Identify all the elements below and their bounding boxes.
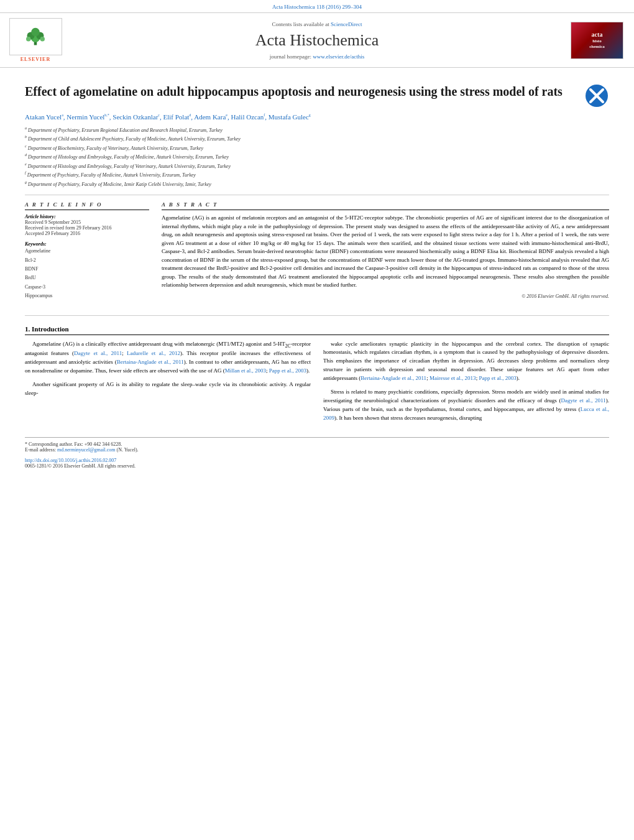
- email-line: E-mail address: md.nerminyucel@gmail.com…: [25, 447, 609, 453]
- journal-ref-text: Acta Histochemica 118 (2016) 299–304: [272, 4, 362, 10]
- ref-papp-2003b[interactable]: Papp et al., 2003: [479, 375, 516, 381]
- intro-p2: Another significant property of AG is it…: [25, 381, 311, 398]
- sciencedirect-link[interactable]: ScienceDirect: [331, 21, 362, 27]
- keywords-label: Keywords:: [25, 241, 149, 247]
- crossmark-icon: [584, 83, 609, 108]
- keyword-caspase3: Caspase-3: [25, 283, 149, 292]
- svg-point-5: [26, 37, 31, 42]
- acta-logo-box: acta histo chemica: [571, 22, 623, 59]
- email-address[interactable]: md.nerminyucel@gmail.com: [57, 447, 116, 453]
- affil-g: g Department of Psychiatry, Faculty of M…: [25, 180, 609, 188]
- author-mustafa: Mustafa Gulecg: [269, 113, 311, 121]
- crossmark-logo: [584, 83, 609, 108]
- received-date: Received 9 September 2015: [25, 219, 149, 225]
- author-nermin: Nermin Yucelb,*,: [67, 113, 113, 121]
- journal-reference: Acta Histochemica 118 (2016) 299–304: [0, 0, 634, 12]
- footnote-section: * Corresponding author. Fax: +90 442 344…: [25, 437, 609, 453]
- intro-p3: wake cycle ameliorates synaptic plastici…: [323, 340, 609, 384]
- doi-url[interactable]: http://dx.doi.org/10.1016/j.acthis.2016.…: [25, 458, 609, 463]
- ref-dagyte-2011b[interactable]: Dagyte et al., 2011: [561, 397, 606, 404]
- author-elif: Elif Polatd,: [163, 113, 195, 121]
- ref-bertaina-2011b[interactable]: Bertaina-Anglade et al., 2011: [361, 375, 426, 381]
- ref-lucca-2009[interactable]: Lucca et al., 2009: [323, 406, 609, 421]
- author-seckin: Seckin Ozkanlarc,: [113, 113, 163, 121]
- keyword-bdnf: BDNF: [25, 265, 149, 274]
- elsevier-logo-container: ELSEVIER: [7, 18, 63, 62]
- ref-ladurelle-2012[interactable]: Ladurelle et al., 2012: [127, 350, 180, 356]
- ref-dagyte-2011[interactable]: Dagyte et al., 2011: [74, 350, 122, 356]
- abstract-section: A B S T R A C T Agomelatine (AG) is an a…: [162, 201, 609, 305]
- info-abstract-columns: A R T I C L E I N F O Article history: R…: [25, 201, 609, 305]
- article-info-panel: A R T I C L E I N F O Article history: R…: [25, 201, 149, 305]
- elsevier-label: ELSEVIER: [21, 57, 50, 62]
- doi-section: http://dx.doi.org/10.1016/j.acthis.2016.…: [25, 458, 609, 469]
- abstract-body: Agomelatine (AG) is an agonist of melato…: [162, 215, 609, 288]
- intro-col-right: wake cycle ameliorates synaptic plastici…: [323, 340, 609, 428]
- page: Acta Histochemica 118 (2016) 299–304 ELS…: [0, 0, 634, 840]
- article-info-title: A R T I C L E I N F O: [25, 201, 149, 210]
- keyword-bcl2: Bcl-2: [25, 256, 149, 265]
- ref-millan-2003[interactable]: Millan et al., 2003: [225, 367, 266, 374]
- affil-b: b Department of Child and Adolescent Psy…: [25, 134, 609, 143]
- copyright-notice: © 2016 Elsevier GmbH. All rights reserve…: [162, 293, 609, 299]
- ref-papp-2003a[interactable]: Papp et al., 2003: [269, 367, 306, 374]
- divider-2: [25, 315, 609, 316]
- keywords-list: Agomelatine Bcl-2 BDNF BrdU Caspase-3 Hi…: [25, 247, 149, 300]
- journal-name: Acta Histochemica: [70, 31, 564, 50]
- keywords-block: Keywords: Agomelatine Bcl-2 BDNF BrdU Ca…: [25, 241, 149, 300]
- keyword-agomelatine: Agomelatine: [25, 247, 149, 256]
- article-history-block: Article history: Received 9 September 20…: [25, 214, 149, 236]
- email-label: E-mail address:: [25, 447, 56, 453]
- abstract-text: Agomelatine (AG) is an agonist of melato…: [162, 214, 609, 290]
- revised-date: Received in revised form 29 February 201…: [25, 225, 149, 231]
- divider-1: [25, 195, 609, 195]
- affil-c: c Department of Biochemistry, Faculty of…: [25, 144, 609, 152]
- article-title-section: Effect of agomelatine on adult hippocamp…: [25, 83, 609, 108]
- affil-d: d Department of Histology and Embryology…: [25, 152, 609, 161]
- introduction-header: 1. Introduction: [25, 325, 609, 335]
- ref-bertaina-2011[interactable]: Bertaina-Anglade et al., 2011: [117, 359, 184, 365]
- email-author-name: (N. Yucel).: [117, 447, 139, 453]
- affiliations-list: a Department of Psychiatry, Erzurum Regi…: [25, 126, 609, 188]
- issn-text: 0065-1281/© 2016 Elsevier GmbH. All righ…: [25, 463, 609, 469]
- author-adem: Adem Karae,: [194, 113, 231, 121]
- affil-e: e Department of Histology and Embryology…: [25, 162, 609, 170]
- svg-point-6: [40, 37, 45, 42]
- acta-logo-text: acta histo chemica: [589, 31, 605, 49]
- abstract-title: A B S T R A C T: [162, 201, 609, 210]
- svg-point-4: [31, 28, 40, 37]
- ref-mairesse-2013[interactable]: Mairesse et al., 2013: [430, 375, 476, 381]
- introduction-columns: Agomelatine (AG) is a clinically effecti…: [25, 340, 609, 428]
- accepted-date: Accepted 29 February 2016: [25, 231, 149, 236]
- main-content: Effect of agomelatine on adult hippocamp…: [0, 68, 634, 475]
- introduction-section: 1. Introduction Agomelatine (AG) is a cl…: [25, 325, 609, 428]
- homepage-url[interactable]: www.elsevier.de/acthis: [313, 53, 364, 60]
- history-label: Article history:: [25, 214, 149, 219]
- journal-header: ELSEVIER Contents lists available at Sci…: [0, 12, 634, 68]
- author-halil: Halil Ozcanf,: [231, 113, 268, 121]
- article-title: Effect of agomelatine on adult hippocamp…: [25, 83, 578, 99]
- elsevier-logo-box: [9, 18, 62, 55]
- corresponding-author: * Corresponding author. Fax: +90 442 344…: [25, 441, 609, 447]
- intro-p1: Agomelatine (AG) is a clinically effecti…: [25, 340, 311, 376]
- intro-col-left: Agomelatine (AG) is a clinically effecti…: [25, 340, 311, 428]
- authors-line: Atakan Yucela, Nermin Yucelb,*, Seckin O…: [25, 113, 609, 121]
- acta-logo-container: acta histo chemica: [571, 22, 627, 59]
- homepage-text: journal homepage: www.elsevier.de/acthis: [70, 53, 564, 60]
- affil-a: a Department of Psychiatry, Erzurum Regi…: [25, 126, 609, 134]
- sciencedirect-text: Contents lists available at ScienceDirec…: [70, 21, 564, 27]
- intro-p4: Stress is related to many psychiatric co…: [323, 388, 609, 423]
- author-atakan: Atakan Yucela,: [25, 113, 67, 121]
- keyword-hippocampus: Hippocampus: [25, 292, 149, 300]
- affil-f: f Department of Psychiatry, Faculty of M…: [25, 170, 609, 179]
- keyword-brdu: BrdU: [25, 274, 149, 282]
- journal-title-center: Contents lists available at ScienceDirec…: [70, 21, 564, 60]
- elsevier-tree-icon: [23, 27, 48, 46]
